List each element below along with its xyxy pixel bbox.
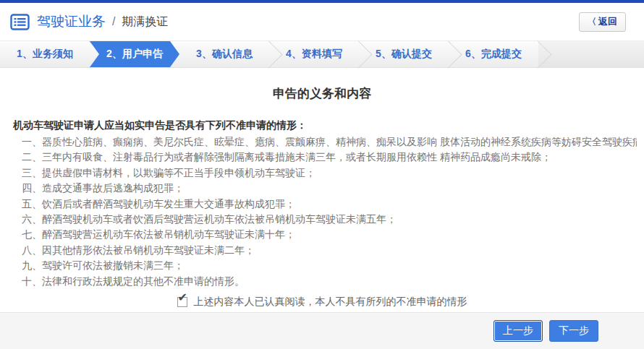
declaration-item: 九、驾驶许可依法被撤销未满三年； bbox=[22, 258, 637, 273]
check-icon: ✔ bbox=[178, 292, 187, 303]
agreement-row: ✔ 上述内容本人已认真阅读，本人不具有所列的不准申请的情形 bbox=[0, 296, 644, 309]
declaration-item: 三、提供虚假申请材料，以欺骗等不正当手段申领机动车驾驶证； bbox=[22, 165, 637, 181]
declaration-list: 一、器质性心脏病、癫痫病、美尼尔氏症、眩晕症、癔病、震颤麻痹、精神病、痴呆以及影… bbox=[0, 134, 644, 289]
next-step-button[interactable]: 下一步 bbox=[549, 320, 598, 342]
step-label: 2、用户申告 bbox=[106, 48, 163, 61]
declaration-item: 一、器质性心脏病、癫痫病、美尼尔氏症、眩晕症、癔病、震颤麻痹、精神病、痴呆以及影… bbox=[22, 134, 637, 150]
breadcrumb-separator: / bbox=[112, 15, 115, 28]
step-item[interactable]: 4、资料填写 bbox=[269, 41, 359, 67]
agreement-checkbox[interactable]: ✔ bbox=[177, 297, 187, 307]
chevron-left-icon: 〈 bbox=[588, 16, 596, 28]
step-label: 1、业务须知 bbox=[17, 48, 73, 61]
header: 驾驶证业务 / 期满换证 〈 返回 bbox=[0, 3, 644, 40]
step-bar-filler bbox=[538, 41, 644, 67]
step-label: 6、完成提交 bbox=[465, 48, 522, 61]
step-label: 5、确认提交 bbox=[376, 48, 432, 61]
declaration-item: 二、三年内有吸食、注射毒品行为或者解除强制隔离戒毒措施未满三年，或者长期服用依赖… bbox=[22, 150, 637, 165]
back-button-label: 返回 bbox=[598, 15, 617, 28]
declaration-intro: 机动车驾驶证申请人应当如实申告是否具有下列不准申请的情形： bbox=[13, 119, 631, 132]
footer-action-bar: 上一步 下一步 bbox=[0, 312, 644, 349]
declaration-item: 八、因其他情形依法被吊销机动车驾驶证未满二年； bbox=[22, 243, 637, 258]
declaration-item: 六、醉酒驾驶机动车或者饮酒后驾驶营运机动车依法被吊销机动车驾驶证未满五年； bbox=[22, 212, 637, 227]
step-item[interactable]: 6、完成提交 bbox=[449, 41, 538, 67]
step-item[interactable]: 2、用户申告 bbox=[90, 41, 179, 67]
step-item[interactable]: 1、业务须知 bbox=[0, 41, 90, 67]
back-button[interactable]: 〈 返回 bbox=[579, 12, 626, 32]
declaration-item: 十、法律和行政法规规定的其他不准申请的情形。 bbox=[22, 274, 637, 289]
step-label: 3、确认信息 bbox=[196, 48, 253, 61]
step-item[interactable]: 3、确认信息 bbox=[179, 41, 269, 67]
agreement-label: 上述内容本人已认真阅读，本人不具有所列的不准申请的情形 bbox=[194, 296, 467, 309]
breadcrumb-current: 期满换证 bbox=[122, 14, 168, 30]
step-label: 4、资料填写 bbox=[286, 48, 342, 61]
step-wizard-bar: 1、业务须知 2、用户申告 3、确认信息 4、资料填写 5、确认提交 6、完成提… bbox=[0, 40, 644, 68]
declaration-item: 四、造成交通事故后逃逸构成犯罪； bbox=[22, 181, 637, 196]
declaration-item: 七、醉酒驾驶营运机动车依法被吊销机动车驾驶证未满十年； bbox=[22, 227, 637, 242]
form-list-icon bbox=[10, 14, 30, 30]
declaration-title: 申告的义务和内容 bbox=[0, 85, 644, 102]
declaration-item: 五、饮酒后或者醉酒驾驶机动车发生重大交通事故构成犯罪； bbox=[22, 197, 637, 212]
main-content: 申告的义务和内容 机动车驾驶证申请人应当如实申告是否具有下列不准申请的情形： 一… bbox=[0, 68, 644, 309]
step-item[interactable]: 5、确认提交 bbox=[359, 41, 449, 67]
previous-step-button[interactable]: 上一步 bbox=[493, 320, 543, 342]
page-title: 驾驶证业务 bbox=[37, 12, 106, 31]
